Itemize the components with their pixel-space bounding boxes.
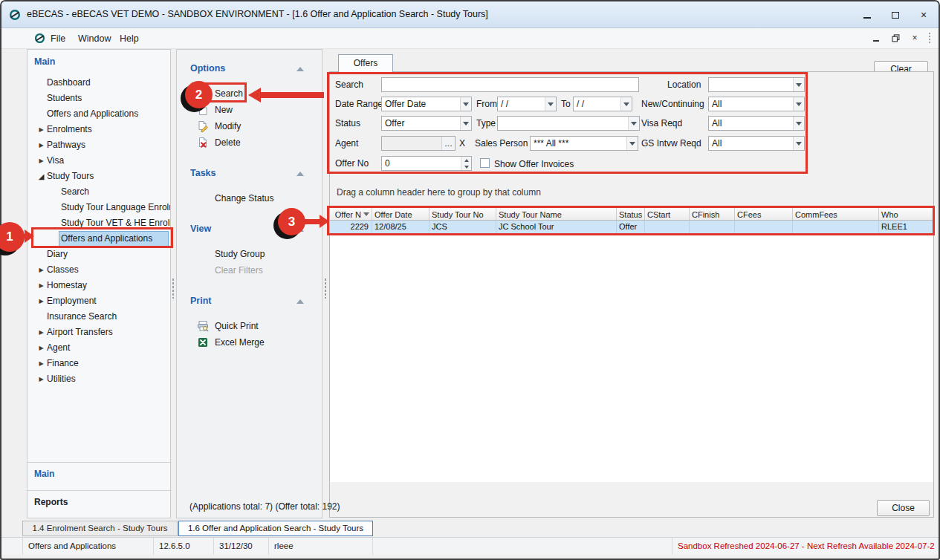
tree-item-study-tour-language-enrolments[interactable]: Study Tour Language Enrolme (27, 200, 170, 215)
collapse-arrow-icon[interactable] (296, 299, 304, 304)
tree-item-label: Study Tours (47, 171, 94, 181)
expand-icon[interactable]: ▶ (36, 340, 46, 356)
tree-item-enrolments[interactable]: ▶Enrolments (27, 122, 170, 137)
expand-icon[interactable]: ▶ (36, 293, 46, 309)
action-label: Delete (215, 135, 241, 150)
tree-item-pathways[interactable]: ▶Pathways (27, 137, 170, 153)
annotation-box-result-row (327, 206, 935, 235)
sidebar-section-reports[interactable]: Reports (27, 490, 170, 518)
action-clear-filters[interactable]: Clear Filters (177, 263, 322, 278)
menubar: File Window Help × (1, 28, 939, 49)
titlebar: eBECAS - eBECAS VET DEMO - SANDBOX ENVIR… (1, 1, 939, 28)
modify-pencil-icon (197, 120, 209, 132)
action-change-status[interactable]: Change Status (177, 191, 322, 206)
collapse-arrow-icon[interactable] (296, 172, 304, 176)
tree-item-label: Dashboard (47, 77, 91, 88)
statusbar-user: rleee (269, 538, 373, 555)
close-panel-button[interactable]: Close (877, 500, 930, 516)
document-tab-offer-application-search[interactable]: 1.6 Offer and Application Search - Study… (178, 521, 373, 536)
tree-item-label: Utilities (47, 374, 76, 384)
expand-icon[interactable]: ▶ (36, 371, 46, 387)
action-excel-merge[interactable]: Excel Merge (177, 335, 322, 350)
tree-item-homestay[interactable]: ▶Homestay (27, 278, 170, 293)
group-title-view[interactable]: View (190, 224, 211, 234)
app-logo-small-icon (34, 33, 45, 44)
tree-item-visa[interactable]: ▶Visa (27, 153, 170, 169)
delete-icon (197, 137, 209, 149)
tree-item-students[interactable]: Students (27, 91, 170, 106)
navigation-sidebar: Main Dashboard Students Offers and Appli… (27, 49, 171, 518)
tree-item-employment[interactable]: ▶Employment (27, 293, 170, 309)
tree-item-insurance-search[interactable]: Insurance Search (27, 309, 170, 325)
tree-item-label: Airport Transfers (47, 327, 113, 337)
statusbar-panel-name: Offers and Applications (22, 538, 154, 555)
action-label: Excel Merge (215, 335, 265, 350)
annotation-box-search-form (327, 72, 808, 174)
tree-item-agent[interactable]: ▶Agent (27, 340, 170, 356)
tree-item-study-tours-search[interactable]: Search (27, 184, 170, 200)
menu-window[interactable]: Window (75, 32, 114, 45)
action-modify[interactable]: Modify (177, 119, 322, 134)
tree-item-airport-transfers[interactable]: ▶Airport Transfers (27, 325, 170, 340)
tree-item-label: Study Tour VET & HE Enrolme (61, 218, 170, 228)
tree-item-dashboard[interactable]: Dashboard (27, 75, 170, 91)
action-label: New (215, 102, 233, 117)
expand-icon[interactable]: ▶ (36, 153, 46, 169)
mdi-restore-button[interactable] (889, 32, 901, 44)
tree-item-finance[interactable]: ▶Finance (27, 356, 170, 371)
document-tab-enrolment-search[interactable]: 1.4 Enrolment Search - Study Tours (22, 521, 178, 536)
tree-item-classes[interactable]: ▶Classes (27, 262, 170, 278)
expand-icon[interactable]: ▶ (36, 262, 46, 278)
statusbar-sandbox-note: Sandbox Refreshed 2024-06-27 - Next Refr… (672, 538, 934, 555)
action-study-group[interactable]: Study Group (177, 247, 322, 261)
sidebar-title: Main (34, 56, 55, 67)
minimize-button[interactable] (856, 7, 878, 23)
expand-icon[interactable]: ▶ (36, 122, 46, 137)
tree-item-diary[interactable]: Diary (27, 247, 170, 262)
sidebar-section-main[interactable]: Main (27, 462, 170, 489)
group-by-drop-zone[interactable]: Drag a column header here to group by th… (337, 187, 541, 198)
mdi-minimize-button[interactable] (870, 32, 882, 44)
tree-item-offers-and-applications[interactable]: Offers and Applications (27, 106, 170, 122)
tree-item-utilities[interactable]: ▶Utilities (27, 371, 170, 387)
tree-item-label: Homestay (47, 280, 87, 290)
maximize-icon (892, 12, 899, 19)
annotation-arrow-right-icon (25, 229, 34, 243)
annotation-step-3: 3 (278, 208, 305, 235)
tree-item-label: Agent (47, 342, 70, 353)
statusbar-date: 31/12/30 (214, 538, 269, 555)
mdi-window-controls: × (870, 32, 931, 44)
app-logo-icon (9, 9, 21, 21)
action-label: Study Group (215, 247, 265, 261)
mdi-restore-icon (892, 34, 900, 42)
expand-icon[interactable]: ▶ (36, 137, 46, 153)
action-delete[interactable]: Delete (177, 135, 322, 150)
menu-file[interactable]: File (48, 32, 68, 45)
maximize-button[interactable] (884, 7, 907, 23)
tree-item-label: Classes (47, 264, 79, 275)
annotation-arrow-right-icon (320, 215, 329, 228)
expand-icon[interactable]: ▶ (36, 278, 46, 293)
group-title-tasks[interactable]: Tasks (190, 168, 216, 178)
tab-offers[interactable]: Offers (338, 54, 393, 72)
mdi-close-button[interactable]: × (909, 32, 921, 44)
collapse-arrow-icon[interactable] (296, 67, 304, 71)
close-button[interactable]: × (913, 7, 935, 23)
action-quick-print[interactable]: Quick Print (177, 319, 322, 333)
tree-item-label: Diary (47, 249, 68, 259)
group-title-print[interactable]: Print (190, 296, 211, 306)
menu-help[interactable]: Help (117, 32, 142, 45)
statusbar-version: 12.6.5.0 (154, 538, 214, 555)
tree-item-label: Visa (47, 155, 64, 166)
mdi-minimize-icon (873, 40, 879, 42)
splitter-handle[interactable] (324, 278, 327, 299)
collapse-icon[interactable]: ◢ (36, 169, 46, 184)
tree-item-label: Employment (47, 296, 97, 306)
group-title-options[interactable]: Options (190, 63, 225, 74)
splitter-handle[interactable] (172, 278, 175, 299)
expand-icon[interactable]: ▶ (36, 356, 46, 371)
expand-icon[interactable]: ▶ (36, 325, 46, 340)
annotation-arrow-left-icon (248, 88, 261, 102)
tree-item-study-tours[interactable]: ◢Study Tours (27, 169, 170, 184)
tree-item-label: Pathways (47, 140, 85, 150)
